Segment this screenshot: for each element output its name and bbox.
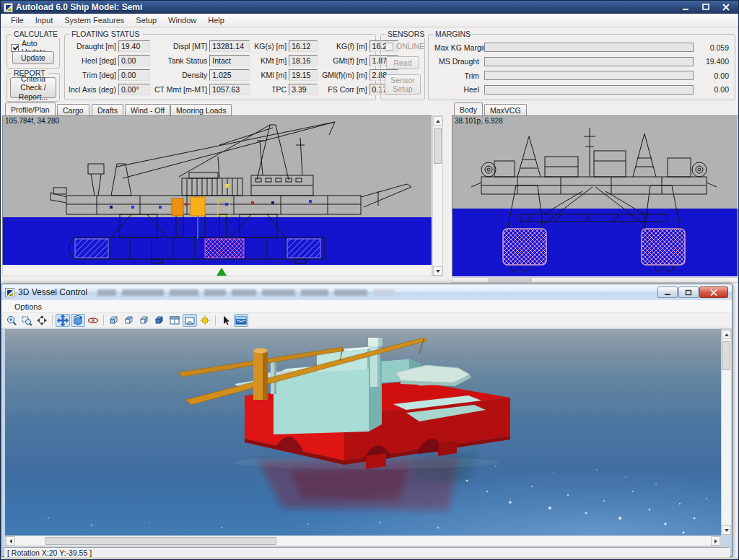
sensors-title: SENSORS — [385, 30, 427, 38]
sensor-setup-button[interactable]: Sensor Setup — [385, 74, 421, 95]
menu-input[interactable]: Input — [30, 14, 58, 26]
margin-label: Heel — [434, 85, 479, 94]
view-iso-ne-button[interactable] — [137, 314, 152, 327]
rotate-view-button[interactable] — [71, 314, 85, 327]
tab-cargo[interactable]: Cargo — [57, 104, 89, 115]
profile-drawing — [3, 116, 432, 265]
vessel-minimize-button[interactable] — [657, 286, 678, 298]
maximize-button[interactable] — [696, 2, 715, 12]
draught-field[interactable]: 19.40 — [118, 40, 150, 52]
body-view[interactable]: 38.101p, 6.928 — [452, 115, 738, 277]
sea-view-button[interactable] — [234, 314, 248, 327]
tab-mooring-loads[interactable]: Mooring Loads — [170, 104, 232, 115]
profile-hscrollbar[interactable] — [2, 266, 432, 276]
criteria-check-report-button[interactable]: Criteria Check / Report... — [10, 77, 56, 98]
tab-drafts[interactable]: Drafts — [92, 104, 123, 115]
view-iso-se-button[interactable] — [122, 314, 136, 327]
vessel-3d-titlebar[interactable]: 3D Vessel Control — [1, 284, 732, 300]
tpc-field[interactable]: 3.39 — [289, 84, 318, 95]
vessel-3d-title: 3D Vessel Control — [18, 287, 87, 297]
kgs-field[interactable]: 16.12 — [289, 40, 318, 52]
scroll-right-button[interactable] — [711, 536, 720, 546]
menu-setup[interactable]: Setup — [130, 14, 162, 26]
profile-vscrollbar[interactable] — [432, 115, 443, 276]
projection-button[interactable] — [183, 314, 197, 327]
scroll-up-button[interactable] — [722, 330, 731, 339]
update-button[interactable]: Update — [12, 51, 54, 64]
tab-wind-off[interactable]: Wind - Off — [125, 104, 170, 115]
vessel-maximize-button[interactable] — [678, 286, 699, 298]
vessel-3d-vscrollbar[interactable] — [721, 329, 732, 535]
heel-field[interactable]: 0.00 — [118, 55, 150, 66]
zoom-extents-button[interactable] — [35, 314, 49, 327]
scroll-thumb[interactable] — [722, 341, 730, 370]
floating-status-title: FLOATING STATUS — [69, 30, 142, 38]
field-label: KG(s) [m] — [254, 42, 287, 51]
light-button[interactable] — [198, 314, 212, 327]
menu-options[interactable]: Options — [9, 302, 48, 312]
view-iso-sw-button[interactable] — [107, 314, 121, 327]
kmt-field[interactable]: 18.16 — [289, 55, 318, 66]
floating-status-groupbox: FLOATING STATUS Draught [m]19.40 Heel [d… — [64, 34, 376, 100]
vessel-3d-viewport[interactable] — [5, 329, 721, 535]
scroll-down-button[interactable] — [722, 525, 731, 535]
scroll-thumb[interactable] — [45, 537, 276, 545]
solid-view-button[interactable] — [152, 314, 167, 327]
select-pointer-icon — [220, 315, 232, 326]
menu-system-features[interactable]: System Features — [58, 14, 130, 26]
read-button[interactable]: Read — [386, 56, 419, 69]
body-drawing — [452, 116, 738, 276]
select-pointer-button[interactable] — [219, 314, 233, 327]
zoom-window-icon — [21, 315, 32, 326]
menu-window[interactable]: Window — [162, 14, 202, 26]
scroll-thumb[interactable] — [434, 128, 442, 164]
projection-icon — [184, 315, 196, 326]
scroll-up-button[interactable] — [433, 116, 442, 126]
field-label: Draught [m] — [69, 42, 116, 51]
view-iso-ne-icon — [139, 315, 150, 326]
profile-plan-view[interactable]: 105.784f, 34.280 — [2, 115, 432, 266]
orbit-button[interactable] — [86, 314, 100, 327]
scroll-down-button[interactable] — [433, 266, 442, 276]
close-button[interactable] — [717, 2, 735, 12]
online-checkbox[interactable] — [385, 43, 393, 51]
viewport-layout-button[interactable] — [167, 314, 182, 327]
margin-label: Max KG Margin — [434, 43, 479, 52]
vessel-3d-menubar: Options — [1, 300, 732, 313]
zoom-in-button[interactable] — [4, 314, 19, 327]
field-label: Incl Axis (deg) — [69, 85, 116, 94]
tab-maxvcg[interactable]: MaxVCG — [484, 104, 527, 115]
ct-mmt-field[interactable]: 1057.63 — [209, 84, 250, 95]
tank-status-field[interactable]: Intact — [209, 55, 250, 66]
zoom-window-button[interactable] — [19, 314, 34, 327]
trim-field[interactable]: 0.00 — [118, 69, 150, 81]
displ-field[interactable]: 13281.14 — [209, 40, 250, 52]
margin-row-ms-draught: MS Draught 19.400 — [434, 56, 729, 67]
field-label: GMt(f) [m] — [322, 56, 367, 65]
field-label: KG(f) [m] — [322, 42, 367, 51]
kml-field[interactable]: 19.15 — [289, 69, 318, 81]
main-titlebar[interactable]: Autoload 6.0 Ship Model: Semi — [1, 1, 738, 14]
online-checkbox-row[interactable]: ONLINE — [385, 42, 424, 51]
tab-profile-plan[interactable]: Profile/Plan — [5, 102, 56, 115]
vessel-3d-hscrollbar[interactable] — [5, 535, 721, 546]
field-label: Tank Status — [154, 56, 207, 65]
minimize-button[interactable] — [676, 2, 695, 12]
scroll-left-button[interactable] — [6, 536, 15, 546]
tab-body[interactable]: Body — [454, 102, 483, 115]
auto-update-checkbox[interactable] — [11, 44, 19, 52]
autoload-main-window: Autoload 6.0 Ship Model: Semi File Input… — [0, 0, 739, 560]
incl-axis-field[interactable]: 0.00° — [118, 84, 150, 95]
vessel-3d-icon — [5, 288, 14, 297]
margin-bar-track — [484, 43, 694, 52]
body-hscrollbar[interactable] — [452, 277, 738, 283]
minimize-icon — [682, 4, 689, 11]
scroll-thumb[interactable] — [489, 279, 532, 281]
vessel-close-button[interactable] — [699, 286, 728, 298]
minimize-icon — [664, 289, 671, 296]
menu-help[interactable]: Help — [202, 14, 230, 26]
pan-button[interactable] — [56, 314, 70, 327]
density-field[interactable]: 1.025 — [209, 69, 250, 81]
margin-value: 0.00 — [699, 85, 729, 94]
menu-file[interactable]: File — [5, 14, 30, 26]
